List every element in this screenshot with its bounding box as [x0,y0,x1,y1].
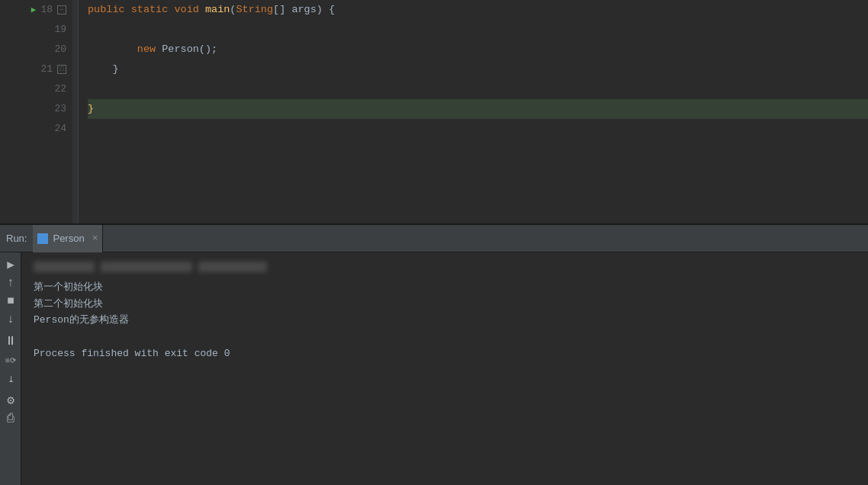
keyword-void: void [174,0,198,20]
keyword-new: new [137,40,156,59]
line-row-24: 24 [0,119,66,139]
code-line-19 [88,20,868,40]
app-container: ▶ 18 − 19 20 21 □ 22 23 [0,0,868,485]
line-row-22: 22 [0,79,66,99]
down-button[interactable]: ↓ [3,312,18,327]
line-num-22: 22 [54,79,66,99]
output-line-empty [34,329,856,345]
run-controls-sidebar: ▶ ↑ ■ ↓ ⏸ ≡⟳ ⤓ ⚙ ⎙ [0,252,21,485]
method-main: main [205,0,230,20]
code-line-21: } [88,59,868,79]
code-line-20: new Person (); [88,40,868,59]
run-tab-label: Person [53,233,84,244]
scroll-end-button[interactable]: ⤓ [3,371,18,387]
fold-21[interactable]: □ [57,65,66,74]
code-line-23: } [88,99,868,119]
blurred-seg-2 [101,262,192,272]
line-num-18: 18 [40,0,53,20]
close-brace-21: } [112,59,118,79]
run-tab[interactable]: Person × [33,225,103,252]
pause-button[interactable]: ⏸ [3,333,18,348]
line-row-18: ▶ 18 − [0,0,66,20]
run-top-bar: Run: Person × [0,225,868,252]
stop-button[interactable]: ■ [3,294,18,309]
class-person: Person [162,40,199,59]
run-output-content: 第一个初始化块 第二个初始化块 Person的无参构造器 Process fin… [21,252,868,485]
code-line-24 [88,119,868,139]
line-row-20: 20 [0,40,66,59]
param-args: args [291,0,316,20]
line-row-23: 23 [0,99,66,119]
run-panel-body: ▶ ↑ ■ ↓ ⏸ ≡⟳ ⤓ ⚙ ⎙ 第一个 [0,252,868,485]
editor-gutter [72,0,79,223]
run-tab-icon [37,233,48,244]
run-gutter-18[interactable]: ▶ [31,0,37,20]
keyword-static: static [131,0,169,20]
settings-button[interactable]: ⚙ [3,393,18,408]
code-line-22 [88,79,868,99]
line-num-20: 20 [54,40,66,59]
line-numbers: ▶ 18 − 19 20 21 □ 22 23 [0,0,72,223]
output-line-process: Process finished with exit code 0 [34,345,856,362]
up-button[interactable]: ↑ [3,275,18,291]
keyword-string: String [236,0,273,20]
run-panel-wrapper: Run: Person × ▶ ↑ ■ ↓ ⏸ ≡⟳ ⤓ ⚙ ⎙ [0,225,868,485]
code-line-18: public static void main ( String [] args… [88,0,868,20]
code-editor: ▶ 18 − 19 20 21 □ 22 23 [0,0,868,225]
blurred-seg-3 [198,262,267,272]
blurred-seg-1 [34,262,95,272]
run-tab-close[interactable]: × [92,233,98,244]
run-button[interactable]: ▶ [3,257,18,272]
line-num-23: 23 [54,99,66,119]
run-label: Run: [0,225,33,252]
output-line-3: Person的无参构造器 [34,312,856,329]
output-line-1: 第一个初始化块 [34,278,856,295]
line-num-24: 24 [54,119,66,139]
output-blurred-row [34,259,856,275]
code-content[interactable]: public static void main ( String [] args… [79,0,868,223]
line-row-19: 19 [0,20,66,40]
line-num-19: 19 [54,20,66,40]
keyword-public: public [88,0,125,20]
fold-18[interactable]: − [57,5,66,14]
output-line-2: 第二个初始化块 [34,295,856,312]
line-num-21: 21 [40,59,53,79]
run-output-area: 第一个初始化块 第二个初始化块 Person的无参构造器 Process fin… [21,252,868,485]
wrap-button[interactable]: ≡⟳ [3,353,18,368]
print-button[interactable]: ⎙ [3,411,18,426]
line-row-21: 21 □ [0,59,66,79]
close-brace-23: } [88,99,94,119]
